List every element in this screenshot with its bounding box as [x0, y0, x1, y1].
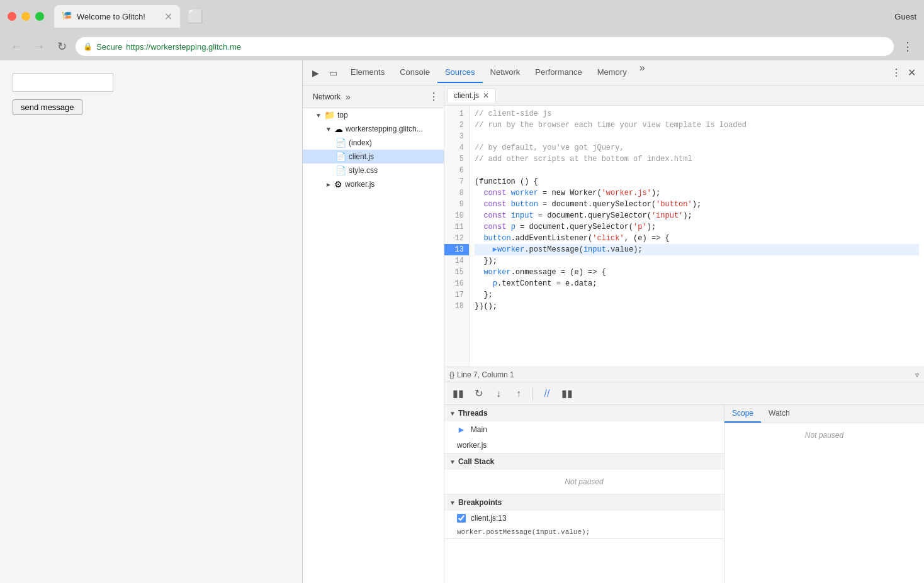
- line-num-12: 12: [444, 233, 469, 244]
- tree-item-top[interactable]: ▼ 📁 top: [303, 108, 444, 122]
- code-editor[interactable]: 1 2 3 4 5 6 7 8 9 10 11 12 13 14: [444, 106, 924, 367]
- sidebar-more-button[interactable]: »: [346, 92, 351, 102]
- callstack-section: ▼ Call Stack Not paused: [444, 453, 724, 494]
- step-into-button[interactable]: ↓: [490, 385, 507, 403]
- page-icon: 📄: [335, 138, 346, 148]
- debugger-area: ▮▮ ↻ ↓ ↑ // ▮▮: [444, 382, 924, 583]
- breakpoints-section-header[interactable]: ▼ Breakpoints: [444, 494, 724, 511]
- tree-arrow-worker: ►: [325, 181, 332, 188]
- browser-tab[interactable]: 🎏 Welcome to Glitch! ✕: [54, 5, 180, 28]
- code-line-17: };: [475, 289, 919, 301]
- folder-icon: 📁: [324, 110, 335, 120]
- page-content: send message ▶ ▭ Elements Console Source…: [0, 60, 924, 583]
- deactivate-breakpoints-button[interactable]: //: [538, 385, 556, 403]
- traffic-lights: [8, 12, 44, 21]
- curly-braces-icon: {}: [449, 370, 454, 379]
- line-num-5: 5: [444, 153, 469, 165]
- tree-item-index[interactable]: 📄 (index): [303, 136, 444, 150]
- code-line-13: ▶worker.postMessage(input.value);: [475, 244, 919, 255]
- tab-close-button[interactable]: ✕: [164, 11, 172, 23]
- scope-tab-scope[interactable]: Scope: [724, 405, 761, 423]
- devtools-body: Network » ⋮ ▼ 📁 top ▼ ☁ workerstep: [303, 86, 924, 583]
- new-tab-button[interactable]: ⬜: [185, 6, 205, 26]
- code-line-12: button.addEventListener('click', (e) => …: [475, 233, 919, 244]
- line-num-3: 3: [444, 131, 469, 142]
- line-num-6: 6: [444, 165, 469, 176]
- status-bar: {} Line 7, Column 1 ▿: [444, 367, 924, 382]
- breakpoint-item-1[interactable]: client.js:13: [444, 511, 724, 526]
- tree-item-style-css[interactable]: 📄 style.css: [303, 164, 444, 177]
- close-traffic-light[interactable]: [8, 12, 16, 21]
- tab-performance[interactable]: Performance: [527, 62, 589, 83]
- device-toggle-icon[interactable]: ▭: [325, 65, 341, 81]
- tree-item-client-js[interactable]: 📄 client.js: [303, 150, 444, 164]
- file-tree: ▼ 📁 top ▼ ☁ workerstepping.glitch... 📄 (…: [303, 108, 444, 583]
- breakpoint-checkbox[interactable]: [457, 514, 466, 523]
- reload-button[interactable]: ↻: [53, 38, 70, 55]
- code-line-5: // add other scripts at the bottom of in…: [475, 153, 919, 165]
- send-message-button[interactable]: send message: [13, 99, 82, 115]
- step-over-button[interactable]: ↻: [470, 385, 487, 403]
- code-line-3: [475, 131, 919, 142]
- debug-body: ▼ Threads ► Main worker.js: [444, 405, 924, 583]
- tab-sources[interactable]: Sources: [437, 62, 483, 83]
- inspect-element-icon[interactable]: ▶: [308, 65, 323, 81]
- tab-network[interactable]: Network: [483, 62, 528, 83]
- debug-toolbar: ▮▮ ↻ ↓ ↑ // ▮▮: [444, 382, 924, 405]
- callstack-section-header[interactable]: ▼ Call Stack: [444, 453, 724, 470]
- tab-console[interactable]: Console: [392, 62, 437, 83]
- breakpoints-arrow-icon: ▼: [449, 499, 456, 506]
- code-tab-client-js[interactable]: client.js ✕: [447, 88, 496, 103]
- forward-button[interactable]: →: [30, 38, 48, 55]
- code-tab-close-button[interactable]: ✕: [483, 91, 489, 100]
- tree-label-index: (index): [349, 138, 372, 147]
- code-line-9: const button = document.querySelector('b…: [475, 199, 919, 210]
- js-file-icon: 📄: [335, 152, 346, 162]
- threads-section-header[interactable]: ▼ Threads: [444, 405, 724, 421]
- more-tabs-button[interactable]: »: [634, 62, 650, 83]
- secure-icon: 🔒: [83, 42, 93, 51]
- breakpoint-code: worker.postMessage(input.value);: [444, 526, 724, 538]
- thread-main[interactable]: ► Main: [444, 421, 724, 438]
- message-input[interactable]: [13, 73, 113, 92]
- line-num-11: 11: [444, 221, 469, 233]
- step-out-button[interactable]: ↑: [510, 385, 527, 403]
- tree-label-client-js: client.js: [349, 152, 374, 161]
- threads-section: ▼ Threads ► Main worker.js: [444, 405, 724, 453]
- code-line-4: // by default, you've got jQuery,: [475, 142, 919, 153]
- scope-tab-watch[interactable]: Watch: [761, 405, 797, 423]
- tab-memory[interactable]: Memory: [590, 62, 634, 83]
- code-line-15: worker.onmessage = (e) => {: [475, 267, 919, 278]
- pause-button[interactable]: ▮▮: [449, 385, 467, 403]
- sidebar-network-tab[interactable]: Network: [308, 89, 346, 105]
- thread-worker-js[interactable]: worker.js: [444, 438, 724, 453]
- sidebar-panel: Network » ⋮ ▼ 📁 top ▼ ☁ workerstep: [303, 86, 444, 583]
- minimize-traffic-light[interactable]: [21, 12, 30, 21]
- scope-tabs: Scope Watch: [724, 405, 924, 423]
- status-position: Line 7, Column 1: [457, 370, 514, 379]
- scope-not-paused: Not paused: [724, 423, 924, 447]
- tab-bar: 🎏 Welcome to Glitch! ✕ ⬜: [54, 5, 889, 28]
- code-line-8: const worker = new Worker('worker.js');: [475, 187, 919, 199]
- address-bar[interactable]: 🔒 Secure https://workerstepping.glitch.m…: [76, 37, 894, 56]
- browser-more-button[interactable]: ⋮: [899, 38, 916, 55]
- tab-elements[interactable]: Elements: [343, 62, 392, 83]
- line-num-14: 14: [444, 255, 469, 267]
- webpage-area: send message: [0, 60, 302, 583]
- scope-panel: Scope Watch Not paused: [724, 405, 924, 583]
- sidebar-menu-button[interactable]: ⋮: [429, 91, 439, 103]
- threads-label: Threads: [458, 409, 488, 418]
- back-button[interactable]: ←: [8, 38, 25, 55]
- pause-on-exceptions-button[interactable]: ▮▮: [558, 385, 576, 403]
- devtools-close-button[interactable]: ✕: [904, 65, 919, 81]
- code-line-6: [475, 165, 919, 176]
- scroll-to-bottom-icon[interactable]: ▿: [915, 370, 919, 379]
- tree-item-host[interactable]: ▼ ☁ workerstepping.glitch...: [303, 122, 444, 136]
- tree-item-worker-js[interactable]: ► ⚙ worker.js: [303, 177, 444, 191]
- devtools-tabs: Elements Console Sources Network Perform…: [343, 62, 889, 83]
- thread-active-icon: ►: [457, 425, 466, 435]
- tab-favicon: 🎏: [62, 11, 72, 21]
- maximize-traffic-light[interactable]: [35, 12, 44, 21]
- secure-text: Secure: [96, 42, 122, 52]
- devtools-settings-button[interactable]: ⋮: [889, 65, 904, 81]
